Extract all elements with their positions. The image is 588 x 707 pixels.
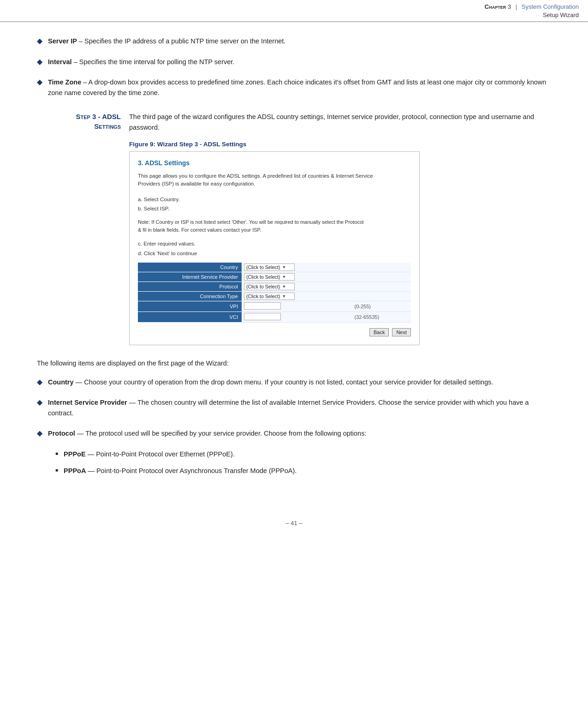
step-a: a. Select Country. <box>138 195 411 204</box>
protocol-item-text: Protocol — The protocol used will be spe… <box>48 428 366 438</box>
system-config-label: System Configuration <box>522 3 579 10</box>
protocol-item-desc: The protocol used will be specified by y… <box>85 430 366 437</box>
step-d: d. Click 'Next' to continue <box>138 249 411 258</box>
interval-dash: – <box>74 58 79 66</box>
step-b: b. Select ISP. <box>138 204 411 214</box>
interval-desc: Specifies the time interval for polling … <box>79 58 235 66</box>
vci-input[interactable] <box>242 312 352 323</box>
country-extra <box>352 263 411 272</box>
header-pipe: | <box>516 3 517 10</box>
country-item-term: Country <box>48 378 74 386</box>
server-ip-desc: Specifies the IP address of a public NTP… <box>84 37 285 45</box>
vpi-range: (0-255) <box>352 301 411 312</box>
isp-select[interactable]: (Click to Select)▼ <box>242 272 352 282</box>
pppoe-dash: — <box>88 450 96 458</box>
table-row: Protocol (Click to Select)▼ <box>138 282 411 292</box>
back-button[interactable]: Back <box>369 328 389 336</box>
country-item-dash: — <box>76 378 84 386</box>
screenshot-steps-cd: c. Enter required values. d. Click 'Next… <box>138 239 411 258</box>
bullet-server-ip: ◆ Server IP – Specifies the IP address o… <box>37 36 551 46</box>
step-label: Step 3 - ADSL Settings <box>37 112 129 131</box>
server-ip-term: Server IP <box>48 37 77 45</box>
country-label: Country <box>138 263 242 272</box>
diamond-icon-5: ◆ <box>37 398 42 407</box>
table-row: Country (Click to Select)▼ <box>138 263 411 272</box>
main-content: ◆ Server IP – Specifies the IP address o… <box>0 22 588 496</box>
pppoe-desc: Point-to-Point Protocol over Ethernet (P… <box>96 450 235 458</box>
pppoe-term: PPPoE <box>64 450 86 458</box>
timezone-desc: A drop-down box provides access to prede… <box>48 78 546 96</box>
pppoe-text: PPPoE — Point-to-Point Protocol over Eth… <box>64 449 235 459</box>
protocol-item-dash: — <box>77 430 85 437</box>
bullet-country: ◆ Country — Choose your country of opera… <box>37 377 551 387</box>
vci-field[interactable] <box>244 313 281 320</box>
page-number: – 41 – <box>285 520 302 527</box>
next-button[interactable]: Next <box>392 328 411 336</box>
vci-label: VCI <box>138 312 242 323</box>
bullet-timezone: ◆ Time Zone – A drop-down box provides a… <box>37 77 551 98</box>
isp-item-text: Internet Service Provider — The chosen c… <box>48 397 551 418</box>
diamond-icon-3: ◆ <box>37 78 42 86</box>
server-ip-text: Server IP – Specifies the IP address of … <box>48 36 285 46</box>
header-subtitle: Setup Wizard <box>485 11 579 19</box>
isp-item-term: Internet Service Provider <box>48 399 127 406</box>
protocol-select[interactable]: (Click to Select)▼ <box>242 282 352 292</box>
square-icon-2: ■ <box>55 467 58 473</box>
page-header: Chapter 3 | System Configuration Setup W… <box>0 0 588 22</box>
diamond-icon-1: ◆ <box>37 36 42 45</box>
isp-item-dash: — <box>129 399 137 406</box>
screenshot-steps: a. Select Country. b. Select ISP. <box>138 195 411 214</box>
server-ip-dash: – <box>79 37 84 45</box>
country-dropdown[interactable]: (Click to Select)▼ <box>244 264 295 271</box>
timezone-text: Time Zone – A drop-down box provides acc… <box>48 77 551 98</box>
isp-dropdown[interactable]: (Click to Select)▼ <box>244 273 295 281</box>
screenshot-title: 3. ADSL Settings <box>138 159 411 167</box>
step-label-line1: Step 3 - ADSL <box>37 112 121 121</box>
conntype-label: Connection Type <box>138 292 242 301</box>
timezone-dash: – <box>83 78 88 86</box>
chapter-label: Chapter <box>485 3 506 10</box>
protocol-label: Protocol <box>138 282 242 292</box>
bullet-isp: ◆ Internet Service Provider — The chosen… <box>37 397 551 418</box>
conntype-extra <box>352 292 411 301</box>
diamond-icon-6: ◆ <box>37 429 42 437</box>
screenshot-buttons: Back Next <box>138 328 411 336</box>
country-item-desc: Choose your country of operation from th… <box>84 378 493 386</box>
protocol-dropdown[interactable]: (Click to Select)▼ <box>244 283 295 290</box>
pppoa-desc: Point-to-Point Protocol over Asynchronou… <box>96 467 297 474</box>
chapter-num: 3 <box>508 3 511 10</box>
diamond-icon-4: ◆ <box>37 377 42 386</box>
table-row: VPI (0-255) <box>138 301 411 312</box>
pppoa-dash: — <box>88 467 96 474</box>
diamond-icon-2: ◆ <box>37 57 42 66</box>
pppoa-text: PPPoA — Point-to-Point Protocol over Asy… <box>64 466 297 476</box>
table-row: VCI (32-65535) <box>138 312 411 323</box>
country-item-text: Country — Choose your country of operati… <box>48 377 493 387</box>
pppoa-term: PPPoA <box>64 467 86 474</box>
step-section: Step 3 - ADSL Settings The third page of… <box>37 112 551 132</box>
country-select[interactable]: (Click to Select)▼ <box>242 263 352 272</box>
isp-extra <box>352 272 411 282</box>
screenshot-intro: This page allows you to configure the AD… <box>138 172 411 188</box>
header-chapter: Chapter 3 | System Configuration <box>485 3 579 11</box>
conntype-select[interactable]: (Click to Select)▼ <box>242 292 352 301</box>
sub-bullet-pppoa: ■ PPPoA — Point-to-Point Protocol over A… <box>55 466 551 476</box>
step-description: The third page of the wizard configures … <box>129 112 551 132</box>
interval-text: Interval – Specifies the time interval f… <box>48 57 234 67</box>
square-icon-1: ■ <box>55 451 58 456</box>
screenshot-note: Note: If Country or ISP is not listed se… <box>138 218 411 234</box>
step-label-line2: Settings <box>37 121 121 131</box>
header-right: Chapter 3 | System Configuration Setup W… <box>485 3 579 19</box>
bullet-protocol: ◆ Protocol — The protocol used will be s… <box>37 428 551 438</box>
timezone-term: Time Zone <box>48 78 81 86</box>
table-row: Internet Service Provider (Click to Sele… <box>138 272 411 282</box>
protocol-extra <box>352 282 411 292</box>
protocol-item-term: Protocol <box>48 430 75 437</box>
adsl-form-table: Country (Click to Select)▼ Internet Serv… <box>138 263 411 323</box>
following-text: The following items are displayed on the… <box>37 358 551 368</box>
screenshot-box: 3. ADSL Settings This page allows you to… <box>129 151 420 345</box>
interval-term: Interval <box>48 58 72 66</box>
vpi-field[interactable] <box>244 302 281 310</box>
vpi-input[interactable] <box>242 301 352 312</box>
conntype-dropdown[interactable]: (Click to Select)▼ <box>244 293 295 300</box>
